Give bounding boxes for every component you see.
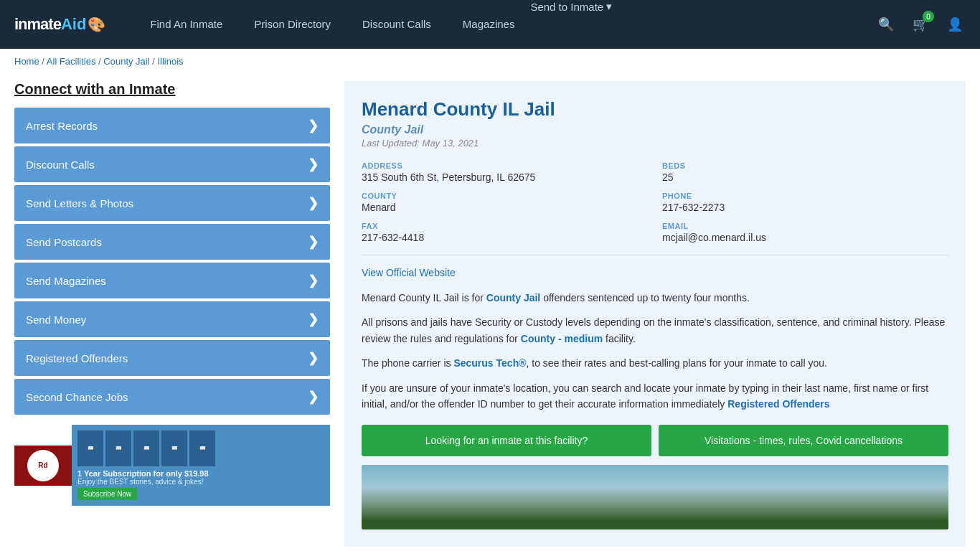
ad-mag-1: 📖 bbox=[77, 430, 103, 466]
facility-title: Menard County IL Jail bbox=[362, 98, 948, 121]
facility-image bbox=[362, 465, 948, 529]
navigation: inmate Aid 🎨 Find An Inmate Prison Direc… bbox=[0, 0, 980, 49]
nav-actions: 🔍 🛒 0 👤 bbox=[875, 14, 966, 35]
nav-prison-directory[interactable]: Prison Directory bbox=[238, 0, 347, 49]
email-cell: EMAIL mcjail@co.menard.il.us bbox=[662, 222, 948, 243]
breadcrumb-county-jail[interactable]: County Jail bbox=[103, 56, 149, 67]
user-button[interactable]: 👤 bbox=[944, 14, 966, 35]
phone-cell: PHONE 217-632-2273 bbox=[662, 192, 948, 213]
registered-offenders-link[interactable]: Registered Offenders bbox=[727, 398, 829, 410]
sidebar-item-send-postcards[interactable]: Send Postcards ❯ bbox=[14, 224, 330, 260]
sidebar-title: Connect with an Inmate bbox=[14, 81, 330, 98]
county-label: COUNTY bbox=[362, 192, 648, 200]
desc-para-3: The phone carrier is Securus Tech®, to s… bbox=[362, 355, 948, 371]
nav-discount-calls[interactable]: Discount Calls bbox=[347, 0, 447, 49]
arrow-icon: ❯ bbox=[308, 311, 319, 327]
county-cell: COUNTY Menard bbox=[362, 192, 648, 213]
breadcrumb-state[interactable]: Illinois bbox=[157, 56, 183, 67]
logo-text: inmate bbox=[14, 15, 61, 34]
facility-info-grid: ADDRESS 315 South 6th St, Petersburg, IL… bbox=[362, 161, 948, 255]
ad-mag-5: 📖 bbox=[189, 430, 215, 466]
ad-logo-block: Rd bbox=[14, 446, 72, 486]
arrow-icon: ❯ bbox=[308, 350, 319, 366]
sidebar-item-second-chance-jobs[interactable]: Second Chance Jobs ❯ bbox=[14, 379, 330, 415]
sidebar-item-send-magazines[interactable]: Send Magazines ❯ bbox=[14, 263, 330, 298]
arrow-icon: ❯ bbox=[308, 118, 319, 133]
main-layout: Connect with an Inmate Arrest Records ❯ … bbox=[0, 74, 980, 551]
county-jail-link[interactable]: County Jail bbox=[486, 292, 540, 303]
arrow-icon: ❯ bbox=[308, 273, 319, 288]
nav-find-inmate[interactable]: Find An Inmate bbox=[134, 0, 238, 49]
fax-label: FAX bbox=[362, 222, 648, 230]
ad-subscribe-button[interactable]: Subscribe Now bbox=[77, 488, 137, 500]
securus-link[interactable]: Securus Tech® bbox=[453, 357, 526, 369]
beds-label: BEDS bbox=[662, 161, 948, 170]
ad-promo-line2: Enjoy the BEST stories, advice & jokes! bbox=[77, 478, 324, 486]
address-label: ADDRESS bbox=[362, 161, 648, 170]
sidebar: Connect with an Inmate Arrest Records ❯ … bbox=[14, 81, 330, 547]
desc-para-4: If you are unsure of your inmate's locat… bbox=[362, 380, 948, 413]
sidebar-item-discount-calls[interactable]: Discount Calls ❯ bbox=[14, 146, 330, 182]
looking-for-inmate-button[interactable]: Looking for an inmate at this facility? bbox=[362, 425, 651, 456]
email-value: mcjail@co.menard.il.us bbox=[662, 232, 948, 243]
email-label: EMAIL bbox=[662, 222, 948, 230]
search-button[interactable]: 🔍 bbox=[875, 14, 897, 35]
action-buttons: Looking for an inmate at this facility? … bbox=[362, 425, 948, 456]
sidebar-item-registered-offenders[interactable]: Registered Offenders ❯ bbox=[14, 340, 330, 376]
breadcrumb: Home / All Facilities / County Jail / Il… bbox=[0, 49, 980, 74]
desc-para-1: Menard County IL Jail is for County Jail… bbox=[362, 290, 948, 306]
facility-description: Menard County IL Jail is for County Jail… bbox=[362, 290, 948, 412]
facility-content: Menard County IL Jail County Jail Last U… bbox=[344, 81, 966, 547]
address-cell: ADDRESS 315 South 6th St, Petersburg, IL… bbox=[362, 161, 648, 183]
ad-text-block: 📖 📖 📖 📖 📖 1 Year Subscription for only $… bbox=[72, 425, 330, 506]
ad-promo-line1: 1 Year Subscription for only $19.98 bbox=[77, 469, 324, 478]
sidebar-menu: Arrest Records ❯ Discount Calls ❯ Send L… bbox=[14, 108, 330, 415]
beds-value: 25 bbox=[662, 171, 948, 183]
sidebar-item-send-letters[interactable]: Send Letters & Photos ❯ bbox=[14, 185, 330, 221]
address-value: 315 South 6th St, Petersburg, IL 62675 bbox=[362, 171, 648, 183]
chevron-down-icon: ▾ bbox=[606, 0, 612, 13]
advertisement: Rd 📖 📖 📖 📖 📖 1 Year Subscription for onl… bbox=[14, 425, 330, 506]
breadcrumb-home[interactable]: Home bbox=[14, 56, 39, 67]
phone-label: PHONE bbox=[662, 192, 948, 200]
cart-badge: 0 bbox=[923, 11, 934, 22]
arrow-icon: ❯ bbox=[308, 234, 319, 250]
ad-rd-logo: Rd bbox=[27, 450, 59, 481]
desc-para-2: All prisons and jails have Security or C… bbox=[362, 314, 948, 347]
nav-links: Find An Inmate Prison Directory Discount… bbox=[134, 0, 875, 49]
fax-cell: FAX 217-632-4418 bbox=[362, 222, 648, 243]
visitations-button[interactable]: Visitations - times, rules, Covid cancel… bbox=[659, 425, 948, 456]
arrow-icon: ❯ bbox=[308, 195, 319, 211]
arrow-icon: ❯ bbox=[308, 156, 319, 172]
nav-send-to-inmate[interactable]: Send to Inmate ▾ bbox=[530, 0, 612, 49]
beds-cell: BEDS 25 bbox=[662, 161, 948, 183]
facility-type: County Jail bbox=[362, 123, 948, 136]
logo[interactable]: inmate Aid 🎨 bbox=[14, 15, 105, 34]
county-medium-link[interactable]: County - medium bbox=[521, 333, 603, 344]
arrow-icon: ❯ bbox=[308, 389, 319, 405]
nav-magazines[interactable]: Magazines bbox=[447, 0, 531, 49]
logo-icon: 🎨 bbox=[88, 16, 105, 33]
county-value: Menard bbox=[362, 202, 648, 213]
logo-aid: Aid bbox=[61, 15, 86, 34]
ad-mag-3: 📖 bbox=[133, 430, 159, 466]
sidebar-item-arrest-records[interactable]: Arrest Records ❯ bbox=[14, 108, 330, 143]
phone-value: 217-632-2273 bbox=[662, 202, 948, 213]
sidebar-item-send-money[interactable]: Send Money ❯ bbox=[14, 301, 330, 337]
ad-mag-2: 📖 bbox=[105, 430, 131, 466]
facility-updated: Last Updated: May 13, 2021 bbox=[362, 138, 948, 149]
ad-magazine-covers: 📖 📖 📖 📖 📖 bbox=[77, 430, 324, 466]
view-website-link[interactable]: View Official Website bbox=[362, 267, 948, 278]
breadcrumb-all-facilities[interactable]: All Facilities bbox=[47, 56, 96, 67]
image-overlay bbox=[362, 486, 948, 529]
fax-value: 217-632-4418 bbox=[362, 232, 648, 243]
cart-button[interactable]: 🛒 0 bbox=[910, 14, 931, 35]
ad-mag-4: 📖 bbox=[161, 430, 187, 466]
